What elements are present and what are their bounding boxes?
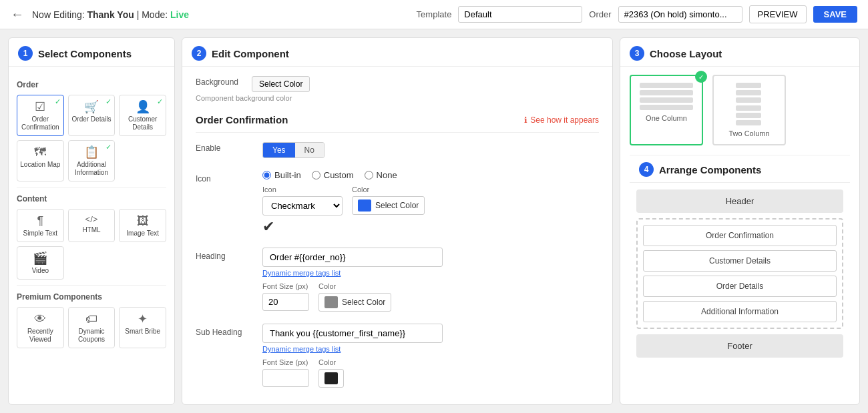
comp-recently-viewed[interactable]: 👁 Recently Viewed xyxy=(17,307,64,348)
enable-no-btn[interactable]: No xyxy=(295,143,324,157)
icon-select-label: Icon xyxy=(262,185,343,193)
arrange-additional-info[interactable]: Additional Information xyxy=(643,301,837,322)
panel1-title: Select Components xyxy=(38,48,132,59)
sub-color-swatch xyxy=(324,372,338,384)
background-field: Background Select Color Component backgr… xyxy=(196,76,599,102)
arrange-container: Header Order Confirmation Customer Detai… xyxy=(630,183,850,364)
topbar-title: Now Editing: Thank You | Mode: Live xyxy=(32,9,189,20)
enable-toggle: Yes No xyxy=(262,142,324,158)
icon-color-btn[interactable]: Select Color xyxy=(352,196,425,215)
background-color-btn[interactable]: Select Color xyxy=(252,76,310,92)
comp-simple-text[interactable]: ¶ Simple Text xyxy=(17,209,64,242)
panel2-header: 2 Edit Component xyxy=(182,38,612,67)
heading-color-swatch xyxy=(324,296,338,308)
layout-two-column[interactable]: Two Column xyxy=(712,75,786,145)
heading-input[interactable] xyxy=(262,248,443,267)
checkmark-preview: ✔ xyxy=(262,218,425,236)
icon-color-field: Color Select Color xyxy=(352,185,425,215)
preview-button[interactable]: PREVIEW xyxy=(749,5,807,23)
back-button[interactable]: ← xyxy=(11,7,24,22)
arrange-customer-details[interactable]: Customer Details xyxy=(643,250,837,272)
premium-section-label: Premium Components xyxy=(17,292,166,302)
select-components-panel: 1 Select Components Order ✓ ☑ Order Conf… xyxy=(8,37,175,405)
comp-dynamic-coupons[interactable]: 🏷 Dynamic Coupons xyxy=(68,307,116,348)
enable-yes-btn[interactable]: Yes xyxy=(263,143,295,157)
comp-smart-bribe[interactable]: ✦ Smart Bribe xyxy=(119,307,166,348)
panel2-title: Edit Component xyxy=(212,48,289,59)
arrange-footer-block: Footer xyxy=(636,334,843,358)
order-input[interactable] xyxy=(618,6,742,23)
one-col-preview xyxy=(640,83,693,110)
icon-built-in-option[interactable]: Built-in xyxy=(262,170,301,180)
heading-sub-fields: Font Size (px) Color Select Color xyxy=(262,282,443,312)
sub-heading-field: Sub Heading Dynamic merge tags list Font… xyxy=(196,324,599,388)
icon-none-option[interactable]: None xyxy=(365,170,397,180)
icon-radio-group: Built-in Custom None xyxy=(262,170,425,180)
comp-html[interactable]: </> HTML xyxy=(68,209,116,242)
heading-dynamic-link[interactable]: Dynamic merge tags list xyxy=(262,269,443,277)
font-size-input[interactable] xyxy=(262,293,309,311)
panel1-body: Order ✓ ☑ Order Confirmation ✓ 🛒 Order D… xyxy=(9,67,174,358)
panel1-number: 1 xyxy=(18,46,33,61)
check-icon: ✓ xyxy=(105,97,112,106)
layout-options: ✓ One Column xyxy=(630,75,850,145)
arrange-order-confirmation[interactable]: Order Confirmation xyxy=(643,225,837,246)
topbar-right: Template Order PREVIEW SAVE xyxy=(417,5,857,23)
arrange-header: 4 Arrange Components xyxy=(630,155,850,183)
sub-font-size-input[interactable] xyxy=(262,369,309,387)
heading-color-btn[interactable]: Select Color xyxy=(318,293,391,312)
see-how-link[interactable]: ℹ See how it appears xyxy=(524,115,599,125)
comp-customer-details[interactable]: ✓ 👤 Customer Details xyxy=(119,95,166,136)
premium-components-grid: 👁 Recently Viewed 🏷 Dynamic Coupons ✦ Sm… xyxy=(17,307,166,348)
template-input[interactable] xyxy=(458,6,582,23)
icon-select-field: Icon Checkmark xyxy=(262,185,343,216)
edit-component-panel: 2 Edit Component Background Select Color… xyxy=(182,37,613,405)
save-button[interactable]: SAVE xyxy=(813,6,857,23)
sub-color-btn[interactable] xyxy=(318,369,344,388)
arrange-order-details[interactable]: Order Details xyxy=(643,276,837,297)
sub-font-size-field: Font Size (px) xyxy=(262,358,309,387)
content-section-label: Content xyxy=(17,194,166,203)
sub-color-label: Color xyxy=(318,358,344,366)
check-icon: ✓ xyxy=(55,97,61,106)
background-hint: Component background color xyxy=(196,94,599,102)
icon-sub-fields: Icon Checkmark Color Select Color xyxy=(262,185,425,216)
topbar: ← Now Editing: Thank You | Mode: Live Te… xyxy=(0,0,868,29)
order-section-label: Order xyxy=(17,80,166,89)
heading-field: Heading Dynamic merge tags list Font Siz… xyxy=(196,248,599,312)
icon-custom-option[interactable]: Custom xyxy=(312,170,354,180)
icon-label: Icon xyxy=(196,170,249,183)
sub-heading-input[interactable] xyxy=(262,324,443,343)
comp-order-confirmation[interactable]: ✓ ☑ Order Confirmation xyxy=(17,95,64,136)
sub-heading-label: Sub Heading xyxy=(196,324,249,337)
heading-label: Heading xyxy=(196,248,249,261)
icon-field: Icon Built-in Custom None xyxy=(196,170,599,236)
comp-additional-info[interactable]: ✓ 📋 Additional Information xyxy=(68,140,116,181)
panel3-title: Choose Layout xyxy=(650,48,722,59)
panel1-header: 1 Select Components xyxy=(9,38,174,67)
main-layout: 1 Select Components Order ✓ ☑ Order Conf… xyxy=(0,29,868,413)
one-column-label: One Column xyxy=(646,114,687,122)
comp-order-details[interactable]: ✓ 🛒 Order Details xyxy=(68,95,116,136)
content-components-grid: ¶ Simple Text </> HTML 🖼 Image Text 🎬 Vi… xyxy=(17,209,166,280)
font-size-label: Font Size (px) xyxy=(262,282,309,290)
section-heading-row: Order Confirmation ℹ See how it appears xyxy=(196,114,599,133)
color-label: Color xyxy=(352,185,425,193)
arrange-number: 4 xyxy=(639,162,654,177)
sub-heading-dynamic-link[interactable]: Dynamic merge tags list xyxy=(262,345,443,353)
arrange-title: Arrange Components xyxy=(659,164,761,175)
order-confirmation-heading: Order Confirmation xyxy=(196,114,288,125)
icon-select[interactable]: Checkmark xyxy=(262,196,343,216)
panel3-number: 3 xyxy=(630,46,644,61)
panel2-number: 2 xyxy=(192,46,206,61)
heading-color-label: Color xyxy=(318,282,391,290)
comp-video[interactable]: 🎬 Video xyxy=(17,246,64,280)
comp-location-map[interactable]: 🗺 Location Map xyxy=(17,140,64,181)
layout-one-column[interactable]: ✓ One Column xyxy=(630,75,703,145)
sub-font-size-label: Font Size (px) xyxy=(262,358,309,366)
sub-heading-sub-fields: Font Size (px) Color xyxy=(262,358,443,388)
order-components-grid: ✓ ☑ Order Confirmation ✓ 🛒 Order Details… xyxy=(17,95,166,181)
icon-color-swatch xyxy=(358,199,371,212)
comp-image-text[interactable]: 🖼 Image Text xyxy=(119,209,166,242)
check-icon: ✓ xyxy=(157,97,163,106)
